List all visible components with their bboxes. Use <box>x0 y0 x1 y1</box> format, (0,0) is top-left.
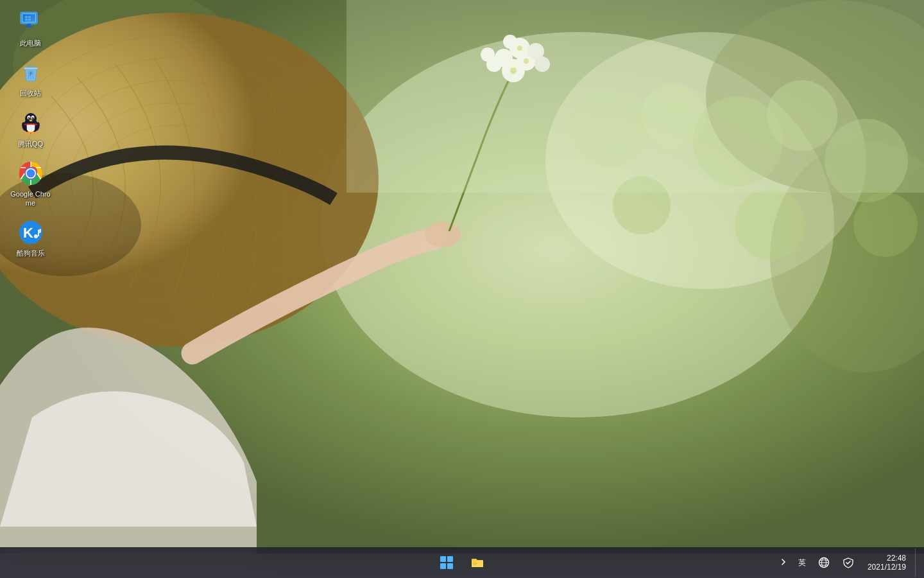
svg-rect-40 <box>25 16 28 18</box>
show-hidden-icons-button[interactable] <box>776 556 791 570</box>
svg-rect-43 <box>28 19 31 21</box>
svg-rect-42 <box>25 19 28 21</box>
svg-rect-34 <box>346 0 924 193</box>
svg-point-50 <box>25 113 37 125</box>
tencent-qq-label: 腾讯QQ <box>18 139 43 148</box>
svg-rect-38 <box>27 24 31 26</box>
clock-date: 2021/12/19 <box>868 563 906 572</box>
svg-line-45 <box>28 71 29 79</box>
clock-time: 22:48 <box>887 554 906 563</box>
svg-rect-76 <box>440 556 446 562</box>
language-text: 英 <box>798 558 806 567</box>
taskbar-right: 英 22:48 2021/12/19 <box>776 548 919 577</box>
svg-text:K: K <box>23 225 33 241</box>
wallpaper <box>0 0 924 554</box>
svg-point-33 <box>853 193 918 257</box>
svg-line-47 <box>33 71 33 79</box>
svg-point-74 <box>34 234 38 238</box>
my-computer-label: 此电脑 <box>20 39 41 48</box>
desktop-icon-kuwo-music[interactable]: K 酷狗音乐 <box>6 216 55 260</box>
svg-rect-44 <box>24 67 38 69</box>
desktop-icon-tencent-qq[interactable]: 腾讯QQ <box>6 107 55 151</box>
input-method-button[interactable] <box>814 552 834 573</box>
start-button[interactable] <box>432 548 461 577</box>
svg-rect-82 <box>473 565 477 565</box>
kuwo-music-label: 酷狗音乐 <box>17 249 45 258</box>
svg-rect-80 <box>473 562 476 563</box>
desktop-icon-my-computer[interactable]: 此电脑 <box>6 6 55 50</box>
svg-rect-39 <box>25 26 33 28</box>
taskbar-center <box>432 548 492 577</box>
security-button[interactable] <box>838 552 859 573</box>
recycle-bin-label: 回收站 <box>20 89 41 98</box>
svg-rect-81 <box>473 563 478 564</box>
svg-point-56 <box>33 117 34 118</box>
recycle-bin-icon <box>17 59 44 86</box>
taskbar: 英 22:48 2021/12/19 <box>0 547 924 578</box>
svg-point-71 <box>26 169 35 177</box>
svg-rect-77 <box>447 556 453 562</box>
desktop-icon-recycle-bin[interactable]: 回收站 <box>6 57 55 100</box>
chrome-icon <box>17 160 44 187</box>
kuwo-music-icon: K <box>17 219 44 246</box>
desktop-icon-google-chrome[interactable]: Google Chrome <box>6 157 55 211</box>
desktop-icons-container: 此电脑 回收站 <box>6 6 55 261</box>
language-indicator[interactable]: 英 <box>794 555 810 571</box>
google-chrome-label: Google Chrome <box>9 189 52 208</box>
clock-area[interactable]: 22:48 2021/12/19 <box>862 552 911 573</box>
svg-rect-41 <box>28 16 31 18</box>
svg-point-13 <box>425 222 461 247</box>
svg-point-55 <box>29 117 30 118</box>
svg-rect-79 <box>447 563 453 569</box>
qq-icon <box>17 110 44 137</box>
svg-point-32 <box>735 189 805 260</box>
file-explorer-button[interactable] <box>463 548 492 577</box>
show-desktop-button[interactable] <box>915 548 919 577</box>
svg-point-57 <box>29 119 32 121</box>
svg-rect-78 <box>440 563 446 569</box>
monitor-icon <box>17 9 44 36</box>
